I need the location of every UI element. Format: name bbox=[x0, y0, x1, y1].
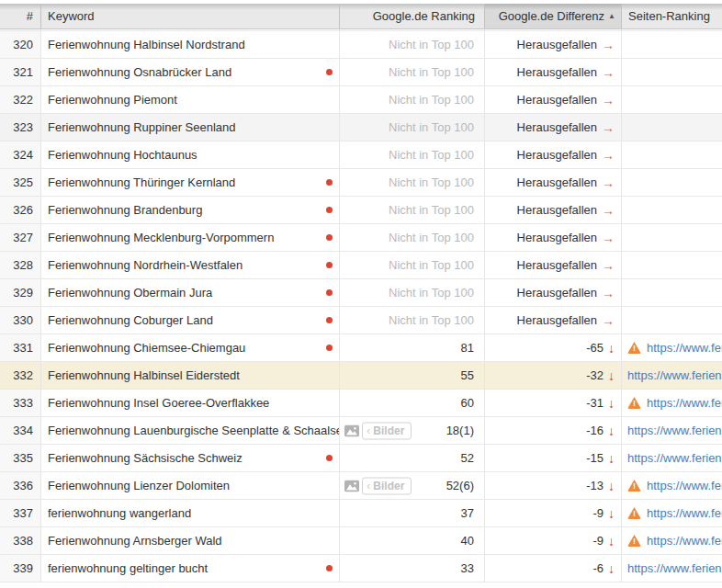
keyword-cell[interactable]: Ferienwohnung Lienzer Dolomiten bbox=[41, 472, 340, 499]
row-number: 323 bbox=[0, 114, 41, 141]
seiten-ranking-cell: https://www.ferien-n bbox=[622, 527, 722, 554]
table-row[interactable]: 333Ferienwohnung Insel Goeree-Overflakke… bbox=[0, 390, 722, 417]
differenz-value: Herausgefallen bbox=[517, 148, 597, 162]
arrow-down-icon: ↓ bbox=[608, 480, 615, 492]
ranking-status-dot-icon bbox=[326, 234, 333, 241]
google-differenz-cell: -6↓ bbox=[485, 555, 622, 582]
google-differenz-cell: Herausgefallen→ bbox=[485, 252, 622, 278]
differenz-value: Herausgefallen bbox=[517, 203, 597, 217]
keyword-cell[interactable]: Ferienwohnung Insel Goeree-Overflakkee bbox=[41, 390, 340, 416]
table-row[interactable]: 328Ferienwohnung Nordrhein-WestfalenNich… bbox=[0, 252, 722, 279]
differenz-value: Herausgefallen bbox=[517, 231, 597, 244]
keyword-cell[interactable]: ferienwohnung geltinger bucht bbox=[41, 555, 340, 582]
table-row[interactable]: 322Ferienwohnung PiemontNicht in Top 100… bbox=[0, 86, 722, 114]
keyword-label: Ferienwohnung Nordrhein-Westfalen bbox=[48, 258, 243, 272]
table-row[interactable]: 325Ferienwohnung Thüringer KernlandNicht… bbox=[0, 169, 722, 197]
col-header-number[interactable]: # bbox=[0, 4, 41, 28]
google-ranking-cell: 52 bbox=[340, 445, 485, 471]
arrow-right-icon: → bbox=[602, 66, 615, 79]
table-row[interactable]: 330Ferienwohnung Coburger LandNicht in T… bbox=[0, 307, 722, 334]
col-header-google-differenz[interactable]: Google.de Differenz ▲ bbox=[485, 4, 622, 28]
arrow-down-icon: ↓ bbox=[608, 342, 615, 355]
table-row[interactable]: 334Ferienwohnung Lauenburgische Seenplat… bbox=[0, 417, 722, 445]
keyword-cell[interactable]: Ferienwohnung Sächsische Schweiz bbox=[41, 445, 340, 471]
keyword-cell[interactable]: Ferienwohnung Hochtaunus bbox=[41, 141, 340, 168]
google-ranking-cell: 81 bbox=[340, 334, 485, 361]
media-group: ‹Bilder bbox=[344, 477, 412, 494]
row-number: 324 bbox=[0, 141, 41, 168]
table-row[interactable]: 332Ferienwohnung Halbinsel Eiderstedt55-… bbox=[0, 362, 722, 390]
keyword-label: Ferienwohnung Brandenburg bbox=[48, 203, 202, 217]
google-ranking-cell: 40 bbox=[340, 527, 485, 554]
page-url-link[interactable]: https://www.ferien-n bbox=[627, 368, 722, 382]
keyword-cell[interactable]: Ferienwohnung Halbinsel Nordstrand bbox=[41, 31, 340, 58]
col-header-google-ranking[interactable]: Google.de Ranking bbox=[340, 4, 485, 28]
table-row[interactable]: 335Ferienwohnung Sächsische Schweiz52-15… bbox=[0, 445, 722, 472]
page-url-link[interactable]: https://www.ferien-n bbox=[647, 534, 722, 548]
bilder-button-label: Bilder bbox=[373, 479, 404, 492]
google-differenz-cell: Herausgefallen→ bbox=[485, 279, 622, 306]
google-differenz-cell: -31↓ bbox=[485, 390, 622, 416]
table-row[interactable]: 329Ferienwohnung Obermain JuraNicht in T… bbox=[0, 279, 722, 307]
row-number: 320 bbox=[0, 31, 41, 58]
google-differenz-cell: Herausgefallen→ bbox=[485, 169, 622, 196]
page-url-link[interactable]: https://www.ferien-n bbox=[647, 396, 722, 410]
page-url-link[interactable]: https://www.ferien-n bbox=[627, 451, 722, 465]
table-row[interactable]: 337ferienwohnung wangerland37-9↓https://… bbox=[0, 500, 722, 527]
google-differenz-cell: -15↓ bbox=[485, 445, 622, 471]
keyword-cell[interactable]: Ferienwohnung Osnabrücker Land bbox=[41, 59, 340, 85]
seiten-ranking-cell bbox=[622, 252, 722, 278]
keyword-cell[interactable]: ferienwohnung wangerland bbox=[41, 500, 340, 526]
differenz-value: Herausgefallen bbox=[517, 313, 597, 327]
arrow-down-icon: ↓ bbox=[608, 562, 615, 575]
page-url-link[interactable]: https://www.ferien-n bbox=[627, 424, 722, 437]
table-row[interactable]: 323Ferienwohnung Ruppiner SeenlandNicht … bbox=[0, 114, 722, 141]
seiten-ranking-cell bbox=[622, 141, 722, 168]
table-row[interactable]: 331Ferienwohnung Chiemsee-Chiemgau81-65↓… bbox=[0, 334, 722, 362]
keyword-cell[interactable]: Ferienwohnung Thüringer Kernland bbox=[41, 169, 340, 196]
table-row[interactable]: 327Ferienwohnung Mecklenburg-VorpommernN… bbox=[0, 224, 722, 252]
google-ranking-cell: Nicht in Top 100 bbox=[340, 252, 485, 278]
page-url-link[interactable]: https://www.ferien-n bbox=[647, 506, 722, 520]
page-url-link[interactable]: https://www.ferien-n bbox=[647, 341, 722, 355]
ranking-status-dot-icon bbox=[326, 179, 333, 186]
bilder-button[interactable]: ‹Bilder bbox=[362, 422, 412, 439]
keyword-label: Ferienwohnung Lauenburgische Seenplatte … bbox=[48, 424, 340, 437]
keyword-cell[interactable]: Ferienwohnung Lauenburgische Seenplatte … bbox=[41, 417, 340, 444]
google-ranking-cell: Nicht in Top 100 bbox=[340, 141, 485, 168]
keyword-cell[interactable]: Ferienwohnung Arnsberger Wald bbox=[41, 527, 340, 554]
keyword-cell[interactable]: Ferienwohnung Coburger Land bbox=[41, 307, 340, 334]
bilder-button[interactable]: ‹Bilder bbox=[362, 477, 412, 494]
keyword-cell[interactable]: Ferienwohnung Halbinsel Eiderstedt bbox=[41, 362, 340, 389]
page-url-link[interactable]: https://www.ferien-n bbox=[627, 561, 722, 575]
page-url-link[interactable]: https://www.ferien-n bbox=[647, 479, 722, 492]
keyword-cell[interactable]: Ferienwohnung Obermain Jura bbox=[41, 279, 340, 306]
google-differenz-cell: Herausgefallen→ bbox=[485, 224, 622, 251]
keyword-cell[interactable]: Ferienwohnung Piemont bbox=[41, 86, 340, 113]
arrow-right-icon: → bbox=[602, 314, 615, 327]
seiten-ranking-cell bbox=[622, 307, 722, 334]
keyword-cell[interactable]: Ferienwohnung Brandenburg bbox=[41, 197, 340, 223]
table-row[interactable]: 321Ferienwohnung Osnabrücker LandNicht i… bbox=[0, 59, 722, 86]
ranking-value: 37 bbox=[461, 506, 474, 520]
table-row[interactable]: 336Ferienwohnung Lienzer Dolomiten‹Bilde… bbox=[0, 472, 722, 500]
table-row[interactable]: 338Ferienwohnung Arnsberger Wald40-9↓htt… bbox=[0, 527, 722, 555]
table-row[interactable]: 339ferienwohnung geltinger bucht33-6↓htt… bbox=[0, 555, 722, 582]
keyword-cell[interactable]: Ferienwohnung Ruppiner Seenland bbox=[41, 114, 340, 141]
table-row[interactable]: 326Ferienwohnung BrandenburgNicht in Top… bbox=[0, 197, 722, 224]
keyword-cell[interactable]: Ferienwohnung Nordrhein-Westfalen bbox=[41, 252, 340, 278]
keyword-cell[interactable]: Ferienwohnung Chiemsee-Chiemgau bbox=[41, 334, 340, 361]
row-number: 339 bbox=[0, 555, 41, 582]
table-row[interactable]: 324Ferienwohnung HochtaunusNicht in Top … bbox=[0, 141, 722, 169]
ranking-value: Nicht in Top 100 bbox=[389, 175, 474, 189]
table-row[interactable]: 320Ferienwohnung Halbinsel NordstrandNic… bbox=[0, 31, 722, 59]
ranking-value: 55 bbox=[461, 368, 474, 382]
arrow-down-icon: ↓ bbox=[608, 424, 615, 437]
col-header-seiten-ranking[interactable]: Seiten-Ranking bbox=[622, 4, 722, 28]
table-header: # Keyword Google.de Ranking Google.de Di… bbox=[0, 4, 722, 29]
keyword-cell[interactable]: Ferienwohnung Mecklenburg-Vorpommern bbox=[41, 224, 340, 251]
media-group: ‹Bilder bbox=[344, 422, 412, 439]
bilder-button-label: Bilder bbox=[373, 424, 404, 436]
google-differenz-cell: Herausgefallen→ bbox=[485, 114, 622, 141]
col-header-keyword[interactable]: Keyword bbox=[41, 4, 340, 28]
